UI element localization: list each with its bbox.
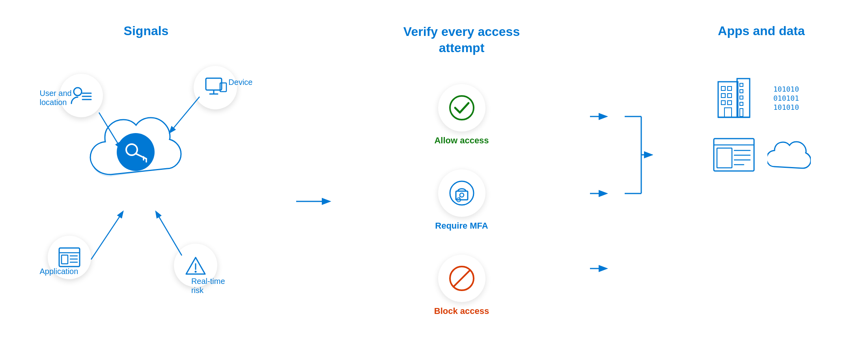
verify-allow-icon (438, 84, 485, 131)
svg-rect-4 (206, 78, 222, 90)
verify-to-apps-connector (590, 24, 653, 332)
verify-title: Verify every accessattempt (403, 24, 520, 56)
svg-point-29 (460, 193, 464, 197)
svg-rect-61 (717, 148, 732, 168)
svg-rect-51 (740, 90, 743, 93)
app-dashboard-icon (712, 137, 756, 173)
signals-section: Signals User and location (44, 24, 249, 332)
svg-rect-42 (721, 86, 725, 90)
svg-point-0 (74, 88, 82, 96)
apps-section: Apps and data (698, 24, 825, 332)
verify-allow-item: Allow access (434, 84, 489, 146)
svg-line-23 (91, 212, 123, 259)
verify-section: Verify every accessattempt Allow access (379, 24, 545, 332)
signal-icons-area: User and location Device (44, 42, 249, 327)
verify-block-icon (438, 255, 485, 302)
signal-device-label: Device (228, 78, 252, 87)
verify-allow-label: Allow access (434, 135, 489, 146)
apps-grid: 101010 010101 101010 (712, 78, 811, 173)
verify-block-label: Block access (434, 306, 489, 316)
svg-rect-10 (62, 255, 68, 264)
svg-rect-44 (721, 94, 725, 98)
svg-point-16 (117, 133, 155, 171)
svg-rect-46 (721, 101, 725, 105)
signal-user-label: User and location (40, 89, 72, 107)
apps-title: Apps and data (718, 24, 805, 38)
svg-point-26 (450, 96, 474, 120)
diagram-container: Signals User and location (20, 8, 848, 347)
app-data-icon: 101010 010101 101010 (767, 78, 811, 121)
svg-point-15 (194, 270, 196, 272)
app-cloud-icon (767, 137, 811, 173)
verify-mfa-item: Require MFA (435, 169, 488, 231)
svg-rect-43 (728, 86, 732, 90)
signal-device-circle (194, 66, 237, 109)
verify-block-item: Block access (434, 255, 489, 316)
svg-line-24 (156, 212, 182, 255)
svg-rect-52 (740, 96, 743, 99)
verify-items: Allow access Require MFA (434, 84, 489, 316)
svg-text:010101: 010101 (773, 94, 799, 102)
svg-rect-47 (728, 101, 732, 105)
verify-mfa-label: Require MFA (435, 221, 488, 231)
verify-mfa-icon (438, 169, 485, 217)
signal-risk-label: Real-time risk (191, 277, 225, 295)
svg-rect-53 (740, 102, 743, 105)
svg-rect-48 (724, 108, 732, 117)
svg-text:101010: 101010 (773, 85, 799, 93)
cloud-key-container (87, 113, 198, 192)
svg-rect-45 (728, 94, 732, 98)
svg-line-31 (459, 196, 460, 199)
svg-rect-50 (740, 83, 743, 86)
svg-rect-54 (740, 109, 743, 116)
app-building-icon (712, 78, 756, 121)
signals-to-verify-arrow (294, 193, 334, 209)
svg-text:101010: 101010 (773, 103, 799, 111)
signals-title: Signals (44, 24, 249, 38)
signal-app-label: Application (40, 267, 78, 276)
svg-line-33 (454, 270, 470, 287)
